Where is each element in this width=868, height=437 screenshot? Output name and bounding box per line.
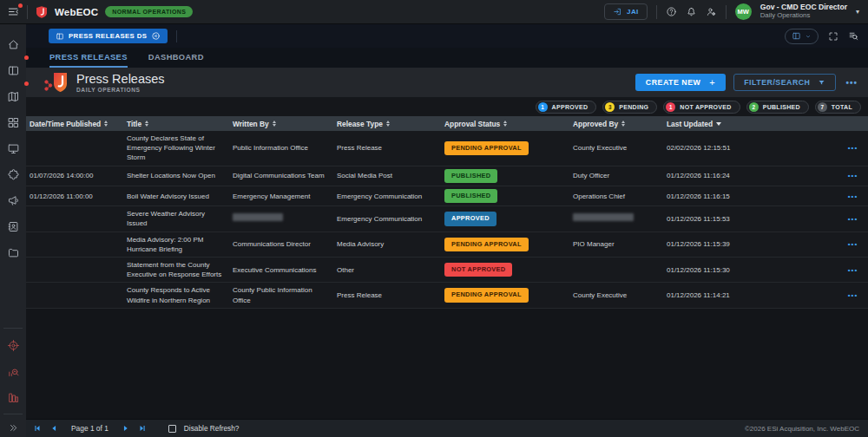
sort-icon	[503, 121, 507, 127]
chip-label: TOTAL	[832, 104, 852, 110]
press-releases-board-logo	[43, 71, 69, 95]
row-actions-button[interactable]: •••	[838, 237, 868, 251]
notifications-icon[interactable]	[686, 6, 697, 17]
previous-page-button[interactable]	[49, 424, 58, 433]
user-position: Daily Operations	[760, 12, 847, 20]
summary-chip-pending[interactable]: 3PENDING	[602, 101, 657, 114]
sidebar-item-home home-icon[interactable]	[0, 31, 26, 57]
board-chip-press-releases-ds[interactable]: PRESS RELEASES DS	[49, 29, 168, 43]
status-badge: PENDING APPROVAL	[444, 288, 529, 302]
board-more-button[interactable]: •••	[844, 78, 859, 88]
first-page-button[interactable]	[33, 424, 42, 433]
copyright-text: ©2026 ESi Acquisition, Inc. WebEOC	[745, 425, 859, 433]
cell-written-by: Digital Communications Team	[229, 168, 333, 183]
sort-icon	[386, 121, 390, 127]
col-header-approved-by[interactable]: Approved By	[569, 120, 663, 128]
table-row[interactable]: County Declares State of Emergency Follo…	[26, 131, 868, 166]
cell-title: County Responds to Active Wildfire in No…	[123, 283, 229, 307]
cell-release-type: Emergency Communication	[333, 212, 441, 226]
cell-last-updated: 01/12/2026 11:14:21	[663, 288, 838, 303]
tab-bar: PRESS RELEASES DASHBOARD	[26, 48, 868, 68]
top-bar: WebEOC NORMAL OPERATIONS JAI MW Gov - CM…	[0, 0, 868, 24]
cell-approved-by: PIO Manager	[569, 237, 663, 251]
next-page-button[interactable]	[122, 424, 130, 433]
board-title-block: Press Releases DAILY OPERATIONS	[76, 72, 165, 93]
sidebar-item-contacts contacts-icon[interactable]	[0, 213, 26, 239]
cell-approval-status: PENDING APPROVAL	[441, 235, 569, 254]
col-header-approval-status[interactable]: Approval Status	[441, 120, 569, 128]
cell-title: Media Advisory: 2:00 PM Hurricane Briefi…	[123, 232, 229, 257]
sidebar-item-display display-icon[interactable]	[0, 135, 26, 161]
user-avatar[interactable]: MW	[735, 3, 752, 20]
caret-down-icon[interactable]: ▾	[856, 8, 859, 16]
help-icon[interactable]	[666, 6, 677, 17]
sidebar-item-geo-analytics geo-analytics-icon[interactable]	[0, 332, 26, 358]
cell-approved-by	[569, 211, 663, 226]
status-badge: PUBLISHED	[444, 169, 497, 183]
last-page-button[interactable]	[138, 424, 147, 433]
filter-search-button[interactable]: FILTER/SEARCH	[733, 74, 836, 91]
col-header-release-type[interactable]: Release Type	[333, 120, 441, 128]
menu-collapse-icon[interactable]	[7, 5, 20, 18]
jai-button[interactable]: JAI	[604, 3, 648, 20]
sidebar-item-plugins plugins-icon[interactable]	[0, 161, 26, 187]
create-new-button[interactable]: CREATE NEW+	[635, 74, 726, 91]
table-row[interactable]: 01/12/2026 11:00:00Boil Water Advisory I…	[26, 186, 868, 206]
webeoc-logo-icon	[35, 5, 49, 19]
cell-approval-status: PENDING APPROVAL	[441, 139, 569, 158]
cell-approval-status: PUBLISHED	[441, 166, 569, 186]
table-header-row: Date/Time Published Title Written By Rel…	[26, 116, 868, 131]
row-actions-button[interactable]: •••	[838, 168, 868, 183]
status-badge: APPROVED	[444, 212, 496, 225]
col-header-last-updated[interactable]: Last Updated	[663, 120, 838, 128]
row-actions-button[interactable]: •••	[838, 189, 868, 204]
plus-icon: +	[709, 77, 715, 88]
chip-label: PUBLISHED	[763, 104, 800, 110]
sort-icon	[273, 121, 276, 127]
summary-chip-approved[interactable]: 1APPROVED	[536, 101, 597, 114]
disable-refresh-checkbox[interactable]	[168, 425, 176, 433]
sidebar-expand-icon[interactable]	[0, 418, 26, 437]
board-search-icon[interactable]	[848, 30, 859, 42]
cell-release-type: Press Release	[333, 140, 441, 155]
col-header-date-time-published[interactable]: Date/Time Published	[26, 120, 123, 128]
summary-chip-published[interactable]: 2PUBLISHED	[746, 101, 809, 114]
sidebar-item-apps apps-icon[interactable]	[0, 109, 26, 135]
sidebar-item-maps maps-icon[interactable]	[0, 83, 26, 109]
cell-approval-status: NOT APPROVED	[441, 260, 569, 279]
row-actions-button[interactable]: •••	[838, 212, 868, 226]
table-row[interactable]: 01/07/2026 14:00:00Shelter Locations Now…	[26, 166, 868, 186]
sidebar-item-boards boards-icon[interactable]	[0, 57, 26, 83]
table-row[interactable]: Media Advisory: 2:00 PM Hurricane Briefi…	[26, 232, 868, 258]
table-row[interactable]: Severe Weather Advisory IssuedEmergency …	[26, 206, 868, 232]
view-options-icon[interactable]	[785, 29, 819, 44]
cell-approved-by: Operations Chief	[569, 189, 663, 204]
user-admin-icon[interactable]	[706, 6, 717, 17]
sidebar-item-reports reports-icon[interactable]	[0, 384, 26, 410]
close-icon[interactable]	[151, 31, 161, 41]
fullscreen-icon[interactable]	[828, 31, 838, 42]
chip-count: 2	[749, 102, 759, 112]
col-header-written-by[interactable]: Written By	[229, 120, 333, 128]
sidebar-top-group	[0, 31, 26, 265]
col-header-title[interactable]: Title	[123, 120, 229, 128]
divider	[27, 5, 28, 19]
table-row[interactable]: County Responds to Active Wildfire in No…	[26, 283, 868, 308]
sidebar-item-board-analytics board-analytics-icon[interactable]	[0, 358, 26, 384]
notification-dot	[24, 55, 29, 60]
table-row[interactable]: Statement from the County Executive on R…	[26, 258, 868, 283]
tab-press-releases[interactable]: PRESS RELEASES	[49, 48, 128, 68]
sidebar-item-alerts alerts-icon[interactable]	[0, 187, 26, 213]
summary-chip-total[interactable]: 7TOTAL	[815, 101, 861, 114]
row-actions-button[interactable]: •••	[838, 288, 868, 303]
tab-dashboard[interactable]: DASHBOARD	[148, 48, 204, 68]
divider	[656, 5, 657, 19]
row-actions-button[interactable]: •••	[838, 263, 868, 277]
user-info[interactable]: Gov - CMD EOC Director Daily Operations	[760, 3, 847, 20]
summary-chip-not-approved[interactable]: 1NOT APPROVED	[663, 101, 740, 114]
cell-date-time-published: 01/07/2026 14:00:00	[26, 168, 123, 183]
row-actions-button[interactable]: •••	[838, 140, 868, 155]
cell-date-time-published	[26, 267, 123, 272]
sidebar-item-files files-icon[interactable]	[0, 239, 26, 265]
cell-approved-by: Duty Officer	[569, 168, 663, 183]
